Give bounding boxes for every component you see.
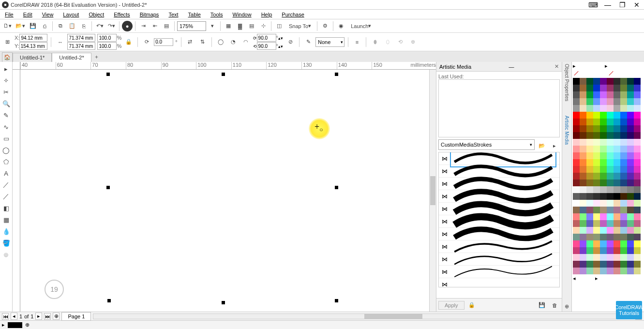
color-swatch[interactable] [573, 207, 580, 213]
color-swatch[interactable] [600, 186, 607, 193]
color-swatch[interactable] [614, 268, 620, 274]
color-swatch[interactable] [593, 213, 600, 220]
scale-y-input[interactable] [97, 42, 117, 50]
stroke-more-button[interactable]: ▸ [549, 140, 560, 151]
color-swatch[interactable] [586, 105, 593, 112]
color-swatch[interactable] [586, 132, 593, 139]
color-swatch[interactable] [627, 193, 634, 200]
color-swatch[interactable] [614, 193, 620, 200]
color-swatch[interactable] [620, 261, 627, 268]
prev-page-button[interactable]: ◂ [11, 313, 17, 320]
color-swatch[interactable] [580, 152, 586, 159]
color-swatch[interactable] [634, 173, 641, 179]
color-swatch[interactable] [600, 227, 607, 234]
color-swatch[interactable] [620, 152, 627, 159]
color-swatch[interactable] [634, 78, 641, 85]
color-swatch[interactable] [620, 234, 627, 240]
color-swatch[interactable] [580, 132, 586, 139]
color-swatch[interactable] [600, 159, 607, 166]
color-swatch[interactable] [593, 132, 600, 139]
color-swatch[interactable] [620, 146, 627, 152]
color-swatch[interactable] [627, 240, 634, 247]
color-swatch[interactable] [620, 173, 627, 179]
crop-tool[interactable]: ✂ [1, 87, 11, 97]
color-swatch[interactable] [614, 207, 620, 213]
color-swatch[interactable] [620, 200, 627, 207]
color-swatch[interactable] [614, 78, 620, 85]
color-swatch[interactable] [614, 105, 620, 112]
color-swatch[interactable] [573, 173, 580, 179]
color-swatch[interactable] [607, 159, 614, 166]
palette-scroll-left[interactable]: ◂ [573, 275, 576, 282]
color-swatch[interactable] [586, 179, 593, 186]
menu-purchase[interactable]: Purchase [277, 11, 309, 18]
stroke-list[interactable]: ⋈ ⋈ ⋈ ⋈ ⋈ ⋈ ⋈ ⋈ ⋈ ⋈ ⋈ [438, 152, 560, 287]
color-swatch[interactable] [614, 227, 620, 234]
color-swatch[interactable] [586, 98, 593, 105]
color-swatch[interactable] [614, 186, 620, 193]
color-swatch[interactable] [580, 200, 586, 207]
color-swatch[interactable] [620, 166, 627, 173]
color-swatch[interactable] [607, 261, 614, 268]
menu-file[interactable]: File [0, 11, 18, 18]
color-swatch[interactable] [593, 261, 600, 268]
color-swatch[interactable] [586, 268, 593, 274]
color-swatch[interactable] [627, 234, 634, 240]
color-swatch[interactable] [573, 146, 580, 152]
color-swatch[interactable] [600, 268, 607, 274]
color-swatch[interactable] [593, 152, 600, 159]
page-tab[interactable]: Page 1 [61, 312, 91, 321]
color-swatch[interactable] [607, 78, 614, 85]
color-swatch[interactable] [607, 179, 614, 186]
color-swatch[interactable] [634, 132, 641, 139]
scale-x-input[interactable] [97, 34, 117, 42]
color-swatch[interactable] [573, 125, 580, 132]
keyboard-icon[interactable]: ⌨ [588, 1, 599, 8]
end-angle-input[interactable] [257, 42, 276, 50]
expand-tool[interactable]: ⊕ [1, 250, 11, 259]
close-button[interactable]: ✕ [631, 1, 642, 8]
color-swatch[interactable] [593, 125, 600, 132]
color-swatch[interactable] [573, 132, 580, 139]
color-swatch[interactable] [586, 139, 593, 146]
color-swatch[interactable] [573, 261, 580, 268]
color-swatch[interactable] [627, 213, 634, 220]
color-swatch[interactable] [593, 179, 600, 186]
color-swatch[interactable] [627, 186, 634, 193]
color-swatch[interactable] [593, 220, 600, 227]
color-swatch[interactable] [580, 139, 586, 146]
color-swatch[interactable] [627, 207, 634, 213]
open-button[interactable]: 📂▾ [14, 21, 27, 31]
save-stroke-button[interactable]: 💾 [537, 300, 547, 311]
browse-folder-button[interactable]: 📂 [537, 140, 547, 151]
color-swatch[interactable] [586, 78, 593, 85]
color-swatch[interactable] [620, 186, 627, 193]
menu-edit[interactable]: Edit [18, 11, 37, 18]
lock-ratio-button[interactable]: 🔒 [123, 37, 134, 47]
color-swatch[interactable] [614, 166, 620, 173]
mirror-v-button[interactable]: ⇅ [197, 37, 208, 47]
color-swatch[interactable] [593, 247, 600, 254]
color-swatch[interactable] [620, 85, 627, 91]
color-swatch[interactable] [600, 78, 607, 85]
color-swatch[interactable] [573, 91, 580, 98]
color-swatch[interactable] [634, 220, 641, 227]
color-swatch[interactable] [580, 105, 586, 112]
home-tab[interactable]: 🏠 [2, 52, 13, 62]
app-launcher-icon[interactable]: ◉ [336, 21, 346, 31]
color-swatch[interactable] [573, 78, 580, 85]
docker-collapse-icon[interactable]: — [509, 64, 514, 70]
color-swatch[interactable] [627, 139, 634, 146]
color-swatch[interactable] [634, 98, 641, 105]
color-swatch[interactable] [580, 268, 586, 274]
color-swatch[interactable] [634, 166, 641, 173]
horizontal-scrollbar[interactable] [93, 314, 633, 319]
color-swatch[interactable] [620, 119, 627, 125]
color-swatch[interactable] [580, 207, 586, 213]
palette-arrow-left[interactable]: ▸ [573, 63, 576, 69]
color-swatch[interactable] [627, 78, 634, 85]
selection-handle-ml[interactable] [106, 186, 110, 189]
color-swatch[interactable] [600, 240, 607, 247]
zoom-dropdown[interactable]: ▾ [207, 21, 218, 31]
color-swatch[interactable] [600, 173, 607, 179]
